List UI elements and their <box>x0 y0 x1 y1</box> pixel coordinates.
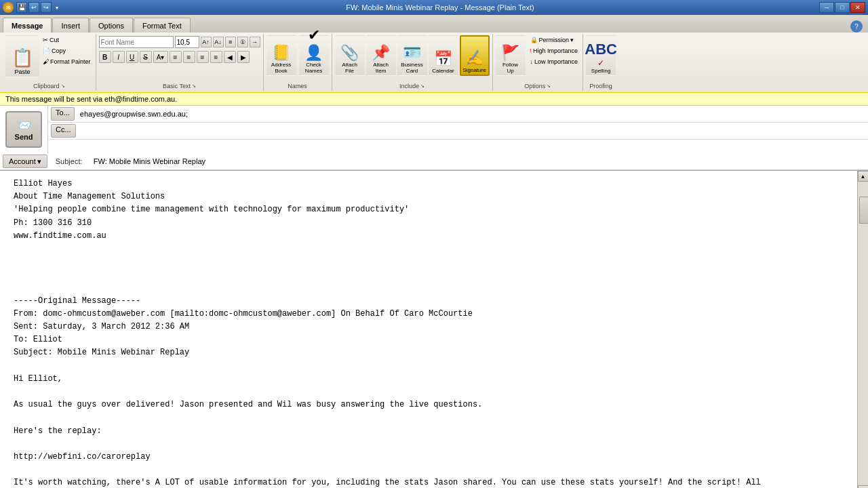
paste-icon: 📋 <box>12 47 33 68</box>
cut-icon: ✂ <box>43 37 48 43</box>
names-group: 📒 AddressBook ✔👤 CheckNames Names <box>264 34 332 91</box>
font-color-button[interactable]: A▾ <box>153 51 168 63</box>
high-importance-icon: ! <box>530 47 532 54</box>
send-button[interactable]: 📨 Send <box>5 111 42 148</box>
follow-up-icon: 🚩 <box>501 44 519 62</box>
send-icon: 📨 <box>16 118 31 133</box>
bold-button[interactable]: B <box>99 51 111 63</box>
high-importance-button[interactable]: ! High Importance <box>528 46 580 56</box>
justify-button[interactable]: ≡ <box>210 51 222 63</box>
check-names-button[interactable]: ✔👤 CheckNames <box>299 35 329 76</box>
notification-bar: This message will be sent via eth@findti… <box>0 92 868 106</box>
low-importance-icon: ↓ <box>530 58 534 65</box>
account-button[interactable]: Account ▾ <box>3 155 47 168</box>
attach-item-icon: 📌 <box>372 44 390 62</box>
spelling-checkmark: ✓ <box>597 58 604 68</box>
indent-button[interactable]: → <box>250 37 260 47</box>
align-left-button[interactable]: ≡ <box>170 51 182 63</box>
quick-access-save[interactable]: 💾 <box>16 2 27 13</box>
low-importance-button[interactable]: ↓ Low Importance <box>528 57 580 66</box>
send-area: 📨 Send <box>0 106 48 153</box>
signature-icon: ✍ <box>465 49 484 67</box>
copy-icon: 📄 <box>43 47 50 54</box>
business-card-icon: 🪪 <box>403 44 421 62</box>
format-painter-button[interactable]: 🖌 Format Painter <box>41 57 93 66</box>
font-grow-button[interactable]: A↑ <box>201 37 212 47</box>
underline-button[interactable]: U <box>126 51 138 63</box>
paste-button[interactable]: 📋 Paste <box>5 35 39 77</box>
cc-row: Cc... <box>48 123 868 140</box>
cc-button[interactable]: Cc... <box>51 124 76 138</box>
cut-button[interactable]: ✂ Cut <box>41 35 93 45</box>
strikethrough-button[interactable]: S <box>140 51 152 63</box>
basic-text-expand-icon[interactable]: ↘ <box>192 83 196 89</box>
address-book-button[interactable]: 📒 AddressBook <box>267 35 296 76</box>
title-bar: ✉ 💾 ↩ ↪ ▼ FW: Mobile Minis Webinar Repla… <box>0 0 868 15</box>
help-button[interactable]: ? <box>850 20 863 33</box>
clipboard-group: 📋 Paste ✂ Cut 📄 Copy 🖌 Format Painter <box>3 34 96 91</box>
window-controls: ─ □ ✕ <box>819 2 865 13</box>
attach-item-button[interactable]: 📌 AttachItem <box>366 35 396 76</box>
tab-message[interactable]: Message <box>3 18 52 33</box>
include-expand-icon[interactable]: ↘ <box>420 83 425 89</box>
align-right-button[interactable]: ≡ <box>197 51 209 63</box>
include-group: 📎 AttachFile 📌 AttachItem 🪪 BusinessCard… <box>332 34 493 91</box>
increase-indent-button[interactable]: ▶ <box>237 51 250 63</box>
font-size-input[interactable] <box>175 36 199 48</box>
address-book-icon: 📒 <box>272 44 290 62</box>
calendar-button[interactable]: 📅 Calendar <box>429 35 458 76</box>
tab-format-text[interactable]: Format Text <box>134 18 191 33</box>
options-expand-icon[interactable]: ↘ <box>547 83 551 89</box>
business-card-button[interactable]: 🪪 BusinessCard <box>397 35 427 76</box>
italic-button[interactable]: I <box>113 51 125 63</box>
attach-file-button[interactable]: 📎 AttachFile <box>335 35 365 76</box>
signature-button[interactable]: ✍ Signature <box>460 35 490 76</box>
email-form: 📨 Send To... Cc... Account ▾ Subject: <box>0 106 868 171</box>
tab-insert[interactable]: Insert <box>52 18 89 33</box>
window-title: FW: Mobile Minis Webinar Replay - Messag… <box>61 3 819 12</box>
quick-access-dropdown[interactable]: ▼ <box>53 2 61 13</box>
spelling-icon: ABC <box>585 41 617 58</box>
tab-options[interactable]: Options <box>90 18 133 33</box>
to-input[interactable] <box>77 108 868 119</box>
permission-button[interactable]: 🔒 Permission ▾ <box>528 35 580 45</box>
attach-file-icon: 📎 <box>340 44 359 62</box>
vertical-scrollbar[interactable]: ▲ ▼ <box>857 171 868 488</box>
scroll-up-button[interactable]: ▲ <box>858 171 869 182</box>
decrease-indent-button[interactable]: ◀ <box>224 51 236 63</box>
basic-text-group: A↑ A↓ ≡ ① → B I U S A▾ ≡ ≡ ≡ ≡ ◀ ▶ Basic… <box>96 34 264 91</box>
font-shrink-button[interactable]: A↓ <box>213 37 224 47</box>
scroll-down-button[interactable]: ▼ <box>858 485 869 488</box>
app-icon: ✉ <box>3 2 14 13</box>
check-names-icon: ✔👤 <box>301 26 327 62</box>
ribbon-tabs: Message Insert Options Format Text ? <box>0 15 868 33</box>
clipboard-expand-icon[interactable]: ↘ <box>61 83 65 89</box>
subject-row: Account ▾ Subject: <box>0 153 868 170</box>
bullets-button[interactable]: ≡ <box>225 37 236 47</box>
permission-icon: 🔒 <box>530 37 538 43</box>
ribbon: 📋 Paste ✂ Cut 📄 Copy 🖌 Format Painter <box>0 33 868 92</box>
numbering-button[interactable]: ① <box>237 37 248 47</box>
cc-input[interactable] <box>79 125 868 136</box>
main-area: Elliot Hayes About Time Management Solut… <box>0 171 868 488</box>
copy-button[interactable]: 📄 Copy <box>41 46 93 56</box>
email-body-area: Elliot Hayes About Time Management Solut… <box>0 171 857 488</box>
maximize-button[interactable]: □ <box>835 2 850 13</box>
align-center-button[interactable]: ≡ <box>183 51 195 63</box>
quick-access-redo[interactable]: ↪ <box>41 2 52 13</box>
options-group: 🚩 FollowUp 🔒 Permission ▾ ! High Importa… <box>493 34 584 91</box>
spelling-button[interactable]: ABC ✓ Spelling <box>586 35 616 76</box>
email-body[interactable]: Elliot Hayes About Time Management Solut… <box>0 171 857 488</box>
proofing-group: ABC ✓ Spelling Proofing <box>583 34 618 91</box>
subject-input[interactable] <box>91 156 868 167</box>
to-button[interactable]: To... <box>51 107 75 121</box>
scroll-thumb[interactable] <box>859 197 869 224</box>
calendar-icon: 📅 <box>434 50 452 68</box>
font-name-input[interactable] <box>99 36 174 48</box>
close-button[interactable]: ✕ <box>850 2 865 13</box>
follow-up-button[interactable]: 🚩 FollowUp <box>496 35 526 76</box>
quick-access-undo[interactable]: ↩ <box>28 2 39 13</box>
minimize-button[interactable]: ─ <box>819 2 834 13</box>
account-dropdown-icon: ▾ <box>37 157 41 166</box>
to-row: To... <box>48 106 868 123</box>
